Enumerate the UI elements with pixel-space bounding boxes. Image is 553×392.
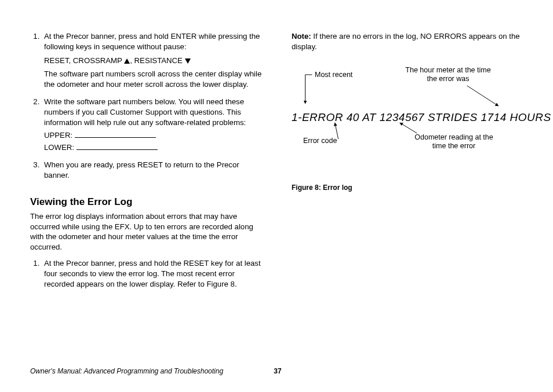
list-item: At the Precor banner, press and hold ENT… <box>42 31 264 90</box>
list-item: At the Precor banner, press and hold the… <box>42 258 264 289</box>
keyseq-part: , RESISTANCE <box>130 56 184 65</box>
field-upper: UPPER: <box>44 130 264 141</box>
blank-line <box>75 130 156 138</box>
note-label: Note: <box>292 32 311 41</box>
step-text: At the Precor banner, press and hold the… <box>44 259 261 288</box>
section-intro: The error log displays information about… <box>30 211 264 252</box>
blank-line <box>77 142 158 150</box>
steps-list-errorlog: At the Precor banner, press and hold the… <box>30 258 264 289</box>
key-sequence: RESET, CROSSRAMP , RESISTANCE <box>44 56 264 66</box>
callout-most-recent: Most recent <box>315 71 352 79</box>
triangle-down-icon <box>185 58 191 64</box>
list-item: Write the software part numbers below. Y… <box>42 97 264 153</box>
step-text: At the Precor banner, press and hold ENT… <box>44 32 260 51</box>
triangle-up-icon <box>124 58 130 64</box>
field-lower: LOWER: <box>44 142 264 153</box>
callout-error-code: Error code <box>303 137 337 145</box>
field-label: UPPER: <box>44 131 75 140</box>
step-text: Write the software part numbers below. Y… <box>44 97 246 127</box>
column-layout: At the Precor banner, press and hold ENT… <box>30 31 525 296</box>
lcd-display-line: 1-ERROR 40 AT 1234567 STRIDES 1714 HOURS <box>292 110 525 125</box>
list-item: When you are ready, press RESET to retur… <box>42 160 264 181</box>
figure-caption: Figure 8: Error log <box>292 183 525 192</box>
note-text: If there are no errors in the log, NO ER… <box>292 32 520 51</box>
step-text: When you are ready, press RESET to retur… <box>44 160 239 179</box>
note: Note: If there are no errors in the log,… <box>292 31 525 52</box>
page-number: 37 <box>274 367 281 376</box>
section-heading: Viewing the Error Log <box>30 196 264 209</box>
figure-error-log: Most recent The hour meter at the time t… <box>292 63 525 178</box>
right-column: Note: If there are no errors in the log,… <box>292 31 525 296</box>
callout-hour-meter: The hour meter at the time the error was <box>402 66 494 83</box>
step-note: The software part numbers scroll across … <box>44 69 264 90</box>
steps-list-software: At the Precor banner, press and hold ENT… <box>30 31 264 181</box>
footer-title: Owner's Manual: Advanced Programming and… <box>30 367 223 376</box>
page: At the Precor banner, press and hold ENT… <box>0 0 553 392</box>
field-label: LOWER: <box>44 143 77 152</box>
keyseq-part: RESET, CROSSRAMP <box>44 56 124 65</box>
callout-odometer: Odometer reading at the time the error <box>408 133 500 151</box>
page-footer: Owner's Manual: Advanced Programming and… <box>30 367 525 376</box>
left-column: At the Precor banner, press and hold ENT… <box>30 31 264 296</box>
